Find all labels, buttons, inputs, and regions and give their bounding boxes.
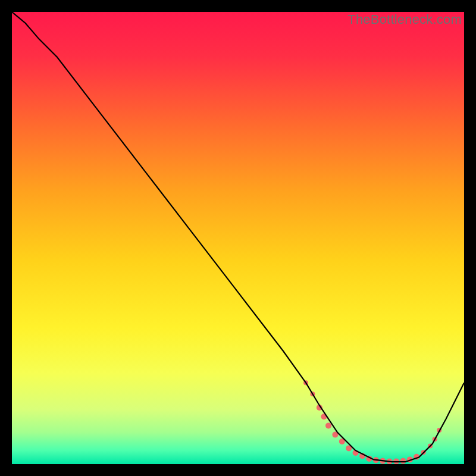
chart-svg [12, 12, 464, 464]
marker-dot [400, 458, 406, 464]
watermark-text: TheBottleneck.com [347, 12, 462, 27]
gradient-background [12, 12, 464, 464]
marker-dot [325, 422, 331, 428]
chart-frame: TheBottleneck.com [12, 12, 464, 464]
